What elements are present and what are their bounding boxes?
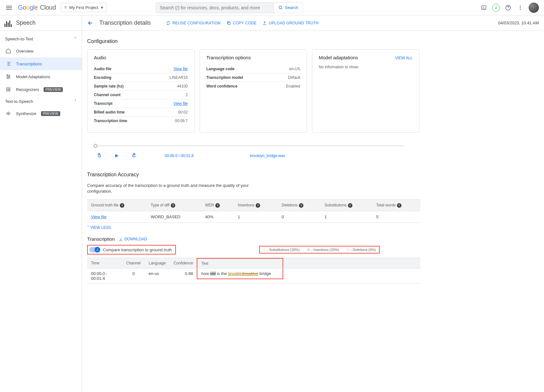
help-icon[interactable]: ? [397, 203, 401, 208]
acc-th-wer: WER? [201, 200, 234, 211]
grid-icon [5, 86, 12, 93]
compare-label: Compare transcription to ground truth [103, 247, 172, 252]
sidebar-item-model-adaptations[interactable]: Model Adaptations [0, 70, 82, 83]
trans-th-channel: Channel [122, 258, 145, 269]
svg-point-18 [9, 76, 10, 77]
transcript-file-link[interactable]: View file [174, 101, 188, 106]
trans-th-time: Time [87, 258, 122, 269]
help-icon[interactable]: ? [171, 203, 175, 208]
legend-ins: - Insertions (20%) [307, 248, 339, 252]
preview-badge: PREVIEW [44, 87, 63, 92]
search-box: Search [156, 2, 303, 13]
upload-ground-truth-button[interactable]: UPLOAD GROUND TRUTH [262, 21, 319, 25]
search-input[interactable] [156, 3, 274, 13]
accuracy-table: Ground truth file? Type of diff? WER? In… [87, 199, 420, 223]
forward-button[interactable] [131, 153, 137, 159]
svg-rect-24 [8, 89, 9, 90]
help-icon[interactable]: ? [256, 203, 260, 208]
sidebar-item-label: Synthesize [16, 111, 37, 116]
page-bar-right: Transcription details REUSE CONFIGURATIO… [82, 20, 544, 26]
adaptations-card: Model adaptations VIEW ALL No informatio… [312, 49, 419, 133]
sidebar-item-label: Recognizers [16, 87, 39, 92]
back-button[interactable] [87, 20, 94, 26]
svg-line-1 [281, 8, 282, 9]
sidebar-item-synthesize[interactable]: Synthesize PREVIEW [0, 107, 82, 120]
acc-th-del: Deletions? [278, 200, 321, 211]
transcription-text: how old is the brooklinbrooklyn bridge [197, 269, 283, 279]
help-icon[interactable] [504, 4, 512, 12]
transcription-row: 00:00.0 - 00:01.4 0 en-us 0.98 how old i… [87, 269, 420, 284]
reuse-config-button[interactable]: REUSE CONFIGURATION [166, 21, 220, 25]
cloud-shell-icon[interactable] [480, 4, 488, 12]
play-button[interactable] [114, 153, 119, 158]
player-time: 00:00.0 / 00:01.8 [165, 154, 194, 158]
help-icon[interactable]: ? [299, 203, 303, 208]
compare-row: ✓ Compare transcription to ground truth … [87, 245, 420, 254]
svg-rect-7 [228, 22, 230, 24]
menu-icon[interactable] [5, 4, 13, 12]
acc-th-type: Type of diff? [147, 200, 202, 211]
svg-rect-26 [6, 90, 7, 91]
sidebar-section-stt[interactable]: Speech-to-Text ˄ [0, 33, 82, 45]
help-icon[interactable]: ? [215, 203, 220, 208]
copy-code-button[interactable]: COPY CODE [227, 21, 257, 25]
preview-badge: PREVIEW [41, 111, 60, 116]
sidebar-item-label: Model Adaptations [16, 74, 50, 79]
chevron-down-icon: ▾ [101, 5, 103, 10]
help-icon[interactable]: ? [348, 203, 352, 208]
project-picker[interactable]: ⠿ My First Project ▾ [61, 3, 106, 12]
svg-rect-27 [8, 90, 9, 91]
adaptations-card-title: Model adaptations [319, 55, 358, 60]
page-bar: Speech Transcription details REUSE CONFI… [0, 15, 544, 31]
no-info-text: No information to show. [319, 65, 413, 69]
more-icon[interactable] [516, 4, 524, 12]
compare-toggle[interactable]: ✓ [89, 247, 100, 252]
top-header: Google Cloud ⠿ My First Project ▾ Search… [0, 0, 544, 15]
sidebar-item-overview[interactable]: Overview [0, 45, 82, 57]
audio-card-title: Audio [94, 55, 188, 60]
project-icon: ⠿ [64, 6, 67, 9]
config-cards: Audio Audio fileView file EncodingLINEAR… [87, 49, 539, 133]
search-icon [278, 5, 283, 10]
help-icon[interactable]: ? [120, 203, 124, 208]
sidebar-item-recognizers[interactable]: Recognizers PREVIEW [0, 83, 82, 96]
search-button[interactable]: Search [274, 3, 302, 13]
acc-th-ins: Insertions? [234, 200, 278, 211]
svg-rect-28 [9, 90, 10, 91]
ground-truth-file-link[interactable]: View file [91, 214, 106, 219]
svg-rect-21 [8, 88, 9, 88]
chevron-up-icon: ˄ [74, 37, 77, 41]
audio-player: 00:00.0 / 00:01.8 brooklyn_bridge.wav [87, 146, 411, 159]
download-button[interactable]: DOWNLOAD [119, 237, 147, 241]
layout: Speech-to-Text ˄ Overview Transcriptions… [0, 31, 544, 392]
free-trial-badge[interactable]: 2 [492, 4, 500, 12]
audio-card: Audio Audio fileView file EncodingLINEAR… [87, 49, 194, 133]
sliders-icon [5, 73, 12, 80]
sidebar-section-tts[interactable]: Text-to-Speech ˄ [0, 96, 82, 107]
svg-rect-2 [482, 6, 486, 10]
acc-th-gt: Ground truth file? [87, 200, 147, 211]
transcription-header: Transcription DOWNLOAD [87, 236, 539, 242]
avatar[interactable] [529, 3, 539, 13]
options-card-title: Transcription options [206, 55, 300, 60]
chevron-up-icon: ˄ [74, 99, 77, 104]
view-less-button[interactable]: ˄ VIEW LESS [87, 225, 539, 230]
options-card: Transcription options Language codeen-US… [200, 49, 307, 133]
chevron-up-icon: ˄ [87, 225, 89, 230]
sidebar-item-label: Transcriptions [16, 62, 42, 66]
check-icon: ✓ [95, 247, 100, 253]
google-cloud-logo[interactable]: Google Cloud [18, 4, 56, 11]
trans-th-conf: Confidence [169, 258, 197, 269]
player-thumb[interactable] [94, 144, 97, 148]
accuracy-desc: Compare accuracy of the transcription to… [87, 183, 254, 194]
view-all-button[interactable]: VIEW ALL [395, 56, 413, 60]
svg-rect-23 [6, 89, 7, 90]
rewind-button[interactable] [96, 153, 103, 159]
svg-rect-22 [9, 88, 10, 88]
legend-del: - Deletions (0%) [347, 248, 376, 252]
audio-file-link[interactable]: View file [174, 67, 188, 71]
player-track[interactable] [94, 146, 404, 146]
sidebar-item-transcriptions[interactable]: Transcriptions [0, 57, 82, 70]
compare-toggle-box: ✓ Compare transcription to ground truth [87, 245, 176, 254]
transcription-table: Time Channel Language Confidence Text 00… [87, 258, 420, 284]
